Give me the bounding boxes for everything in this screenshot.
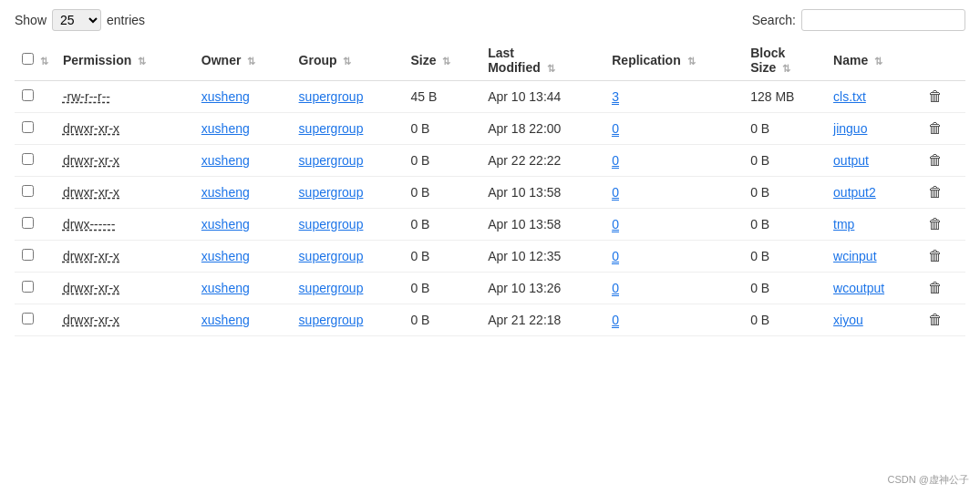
row-4-delete-button[interactable]: 🗑 (926, 216, 944, 232)
files-table: ⇅ Permission ⇅ Owner ⇅ Group ⇅ Size ⇅ La… (15, 40, 965, 336)
row-7-delete-cell: 🗑 (919, 304, 965, 336)
row-2-owner-link[interactable]: xusheng (201, 153, 250, 168)
row-3-name-link[interactable]: output2 (833, 185, 876, 200)
row-0-name-link[interactable]: cls.txt (833, 89, 866, 104)
row-6-replication-link[interactable]: 0 (612, 281, 619, 296)
row-1-last-modified: Apr 18 22:00 (480, 113, 604, 145)
row-5-name-link[interactable]: wcinput (833, 249, 876, 263)
row-1-group: supergroup (292, 113, 404, 145)
row-5-owner: xusheng (194, 241, 292, 273)
row-4-group: supergroup (292, 209, 404, 241)
entries-select[interactable]: 10 25 50 100 (52, 9, 101, 31)
row-4-owner-link[interactable]: xusheng (201, 217, 250, 232)
header-owner[interactable]: Owner ⇅ (194, 40, 292, 81)
row-1-replication-link[interactable]: 0 (612, 121, 619, 137)
row-2-group-link[interactable]: supergroup (299, 153, 364, 168)
row-5-delete-button[interactable]: 🗑 (926, 248, 944, 264)
row-2-checkbox[interactable] (22, 153, 34, 165)
table-row: drwxr-xr-xxushengsupergroup0 BApr 10 12:… (15, 241, 965, 273)
row-7-replication-link[interactable]: 0 (612, 313, 619, 328)
row-7-last-modified: Apr 21 22:18 (480, 304, 604, 336)
header-last-modified[interactable]: LastModified ⇅ (480, 40, 604, 81)
row-5-block-size: 0 B (743, 241, 826, 273)
row-7-group-link[interactable]: supergroup (299, 313, 364, 327)
row-2-delete-cell: 🗑 (919, 145, 965, 177)
sort-icon-permission[interactable]: ⇅ (138, 56, 146, 67)
sort-icon-size[interactable]: ⇅ (442, 56, 450, 67)
header-delete (919, 40, 965, 81)
row-0-last-modified: Apr 10 13:44 (480, 81, 604, 113)
row-7-permission: drwxr-xr-x (56, 304, 194, 336)
sort-icon-group[interactable]: ⇅ (343, 56, 351, 67)
sort-icon-name[interactable]: ⇅ (874, 56, 882, 67)
row-6-name-link[interactable]: wcoutput (833, 281, 884, 295)
row-7-owner-link[interactable]: xusheng (201, 313, 250, 327)
row-0-checkbox[interactable] (22, 89, 34, 101)
row-4-name-link[interactable]: tmp (833, 217, 854, 232)
select-all-checkbox[interactable] (22, 53, 34, 65)
sort-icon-replication[interactable]: ⇅ (687, 56, 696, 67)
row-7-name: xiyou (826, 304, 919, 336)
header-group[interactable]: Group ⇅ (292, 40, 404, 81)
row-5-owner-link[interactable]: xusheng (201, 249, 250, 263)
header-replication[interactable]: Replication ⇅ (604, 40, 743, 81)
row-1-name-link[interactable]: jinguo (833, 121, 867, 136)
table-row: drwxr-xr-xxushengsupergroup0 BApr 10 13:… (15, 177, 965, 209)
row-2-name-link[interactable]: output (833, 153, 869, 168)
header-name[interactable]: Name ⇅ (826, 40, 919, 81)
row-6-group-link[interactable]: supergroup (299, 281, 364, 295)
row-3-delete-button[interactable]: 🗑 (926, 184, 944, 201)
row-4-checkbox-cell (15, 209, 56, 241)
row-1-replication: 0 (604, 113, 743, 145)
row-1-permission: drwxr-xr-x (56, 113, 194, 145)
row-5-name: wcinput (826, 241, 919, 273)
row-3-checkbox[interactable] (22, 185, 34, 197)
sort-icon-owner[interactable]: ⇅ (247, 56, 255, 67)
row-1-checkbox[interactable] (22, 121, 34, 133)
row-2-permission: drwxr-xr-x (56, 145, 194, 177)
row-1-delete-button[interactable]: 🗑 (926, 120, 944, 137)
row-2-replication-link[interactable]: 0 (612, 153, 619, 169)
row-3-owner-link[interactable]: xusheng (201, 185, 250, 200)
table-row: drwxr-xr-xxushengsupergroup0 BApr 22 22:… (15, 145, 965, 177)
search-input[interactable] (801, 9, 965, 31)
header-block-size[interactable]: BlockSize ⇅ (743, 40, 826, 81)
row-3-group-link[interactable]: supergroup (299, 185, 364, 200)
row-5-delete-cell: 🗑 (919, 241, 965, 273)
sort-icon-last-modified[interactable]: ⇅ (547, 63, 555, 75)
header-size[interactable]: Size ⇅ (403, 40, 480, 81)
sort-icon-block-size[interactable]: ⇅ (782, 63, 790, 75)
row-6-owner-link[interactable]: xusheng (201, 281, 250, 295)
row-6-checkbox[interactable] (22, 281, 34, 293)
row-4-replication-link[interactable]: 0 (612, 217, 619, 232)
row-5-replication-link[interactable]: 0 (612, 249, 619, 264)
row-7-checkbox[interactable] (22, 313, 34, 324)
row-5-checkbox[interactable] (22, 249, 34, 261)
row-0-replication-link[interactable]: 3 (612, 89, 619, 105)
row-5-last-modified: Apr 10 12:35 (480, 241, 604, 273)
row-3-block-size: 0 B (743, 177, 826, 209)
row-7-delete-button[interactable]: 🗑 (926, 312, 944, 328)
row-3-replication-link[interactable]: 0 (612, 185, 619, 201)
row-1-group-link[interactable]: supergroup (299, 121, 364, 136)
row-2-delete-button[interactable]: 🗑 (926, 152, 944, 169)
row-1-delete-cell: 🗑 (919, 113, 965, 145)
row-3-checkbox-cell (15, 177, 56, 209)
row-1-owner-link[interactable]: xusheng (201, 121, 250, 136)
row-4-group-link[interactable]: supergroup (299, 217, 364, 232)
top-bar: Show 10 25 50 100 entries Search: (15, 9, 965, 31)
row-5-group-link[interactable]: supergroup (299, 249, 364, 263)
row-3-permission: drwxr-xr-x (56, 177, 194, 209)
row-0-replication: 3 (604, 81, 743, 113)
sort-icon-checkbox[interactable]: ⇅ (40, 56, 48, 67)
row-1-owner: xusheng (194, 113, 292, 145)
row-3-last-modified: Apr 10 13:58 (480, 177, 604, 209)
row-7-name-link[interactable]: xiyou (833, 313, 863, 327)
row-0-group-link[interactable]: supergroup (299, 89, 364, 104)
row-6-delete-button[interactable]: 🗑 (926, 280, 944, 296)
row-0-delete-button[interactable]: 🗑 (926, 88, 944, 105)
row-3-name: output2 (826, 177, 919, 209)
row-4-checkbox[interactable] (22, 217, 34, 229)
header-permission[interactable]: Permission ⇅ (56, 40, 194, 81)
row-0-owner-link[interactable]: xusheng (201, 89, 250, 104)
